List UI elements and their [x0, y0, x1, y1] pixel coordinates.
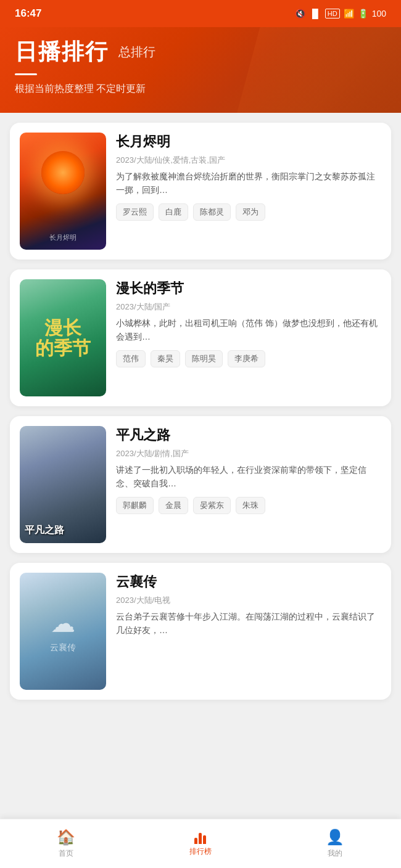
card-desc: 讲述了一批初入职场的年轻人，在行业资深前辈的带领下，坚定信念、突破自我…	[116, 463, 381, 491]
tag[interactable]: 邓为	[236, 203, 265, 221]
card-meta: 2023/大陆/剧情,国产	[116, 448, 381, 459]
wifi-icon: 📶	[344, 9, 354, 18]
poster-3: 平凡之路	[20, 426, 106, 543]
header-title-row: 日播排行 总排行	[15, 37, 386, 67]
ranking-icon	[194, 830, 206, 844]
nav-item-mine[interactable]: 👤 我的	[326, 829, 344, 859]
nav-item-home[interactable]: 🏠 首页	[57, 829, 75, 859]
home-icon: 🏠	[57, 829, 75, 846]
poster-2-overlay: 漫长的季节	[35, 317, 91, 358]
card-info-1: 长月烬明 2023/大陆/仙侠,爱情,古装,国产 为了解救被魔神澹台烬统治折磨的…	[116, 133, 381, 250]
tag[interactable]: 陈明昊	[185, 350, 223, 367]
page-sub-title: 总排行	[118, 44, 155, 60]
header-divider	[15, 73, 37, 75]
tag[interactable]: 李庚希	[228, 350, 265, 367]
poster-1: 长月烬明	[20, 133, 106, 250]
poster-3-text: 平凡之路	[25, 524, 64, 537]
card-meta: 2023/大陆/国产	[116, 301, 381, 313]
status-time: 16:47	[15, 7, 41, 20]
hd-badge: HD	[325, 9, 340, 18]
list-item[interactable]: 漫长的季节 漫长的季节 2023/大陆/国产 小城桦林，此时，出租司机王响（范伟…	[10, 269, 391, 406]
list-item[interactable]: 长月烬明 长月烬明 2023/大陆/仙侠,爱情,古装,国产 为了解救被魔神澹台烬…	[10, 123, 391, 260]
page-main-title: 日播排行	[15, 37, 109, 67]
signal-icon: ▐▌	[309, 9, 321, 18]
battery-icon: 🔋	[358, 9, 368, 18]
tag[interactable]: 朱珠	[236, 497, 265, 514]
card-info-3: 平凡之路 2023/大陆/剧情,国产 讲述了一批初入职场的年轻人，在行业资深前辈…	[116, 426, 381, 543]
tag[interactable]: 晏紫东	[193, 497, 231, 514]
card-tags: 罗云熙 白鹿 陈都灵 邓为	[116, 203, 381, 221]
battery-level: 100	[372, 9, 386, 18]
card-meta: 2023/大陆/仙侠,爱情,古装,国产	[116, 155, 381, 166]
tag[interactable]: 白鹿	[159, 203, 188, 221]
card-tags: 范伟 秦昊 陈明昊 李庚希	[116, 350, 381, 367]
tag[interactable]: 郭麒麟	[116, 497, 154, 514]
mute-icon: 🔇	[295, 9, 305, 18]
card-tags: 郭麒麟 金晨 晏紫东 朱珠	[116, 497, 381, 514]
poster-1-text: 长月烬明	[49, 233, 76, 242]
poster-4: ☁ 云襄传	[20, 573, 106, 690]
card-desc: 云台弟子云襄苦修十年步入江湖。在闯荡江湖的过程中，云襄结识了几位好友，…	[116, 610, 381, 637]
card-meta: 2023/大陆/电视	[116, 595, 381, 606]
tag[interactable]: 秦昊	[151, 350, 180, 367]
card-title: 平凡之路	[116, 426, 381, 444]
poster-4-placeholder: ☁ 云襄传	[50, 609, 76, 653]
page-header: 日播排行 总排行 根据当前热度整理 不定时更新	[0, 27, 401, 113]
tag[interactable]: 陈都灵	[193, 203, 231, 221]
nav-label-home: 首页	[59, 848, 73, 859]
card-title: 长月烬明	[116, 133, 381, 151]
list-item[interactable]: 平凡之路 平凡之路 2023/大陆/剧情,国产 讲述了一批初入职场的年轻人，在行…	[10, 416, 391, 553]
nav-label-mine: 我的	[328, 848, 342, 859]
tag[interactable]: 金晨	[159, 497, 188, 514]
status-bar: 16:47 🔇 ▐▌ HD 📶 🔋 100	[0, 0, 401, 27]
card-title: 漫长的季节	[116, 279, 381, 298]
card-info-2: 漫长的季节 2023/大陆/国产 小城桦林，此时，出租司机王响（范伟 饰）做梦也…	[116, 279, 381, 396]
poster-2: 漫长的季节	[20, 279, 106, 396]
card-desc: 小城桦林，此时，出租司机王响（范伟 饰）做梦也没想到，他还有机会遇到…	[116, 316, 381, 344]
poster-glow	[41, 151, 85, 194]
card-info-4: 云襄传 2023/大陆/电视 云台弟子云襄苦修十年步入江湖。在闯荡江湖的过程中，…	[116, 573, 381, 690]
tag[interactable]: 罗云熙	[116, 203, 154, 221]
status-icons: 🔇 ▐▌ HD 📶 🔋 100	[295, 9, 386, 18]
card-desc: 为了解救被魔神澹台烬统治折磨的世界，衡阳宗掌门之女黎苏苏孤注一掷，回到…	[116, 170, 381, 197]
tag[interactable]: 范伟	[116, 350, 146, 367]
card-title: 云襄传	[116, 573, 381, 591]
user-icon: 👤	[326, 829, 344, 846]
bottom-navigation: 🏠 首页 排行榜 👤 我的	[0, 819, 401, 868]
nav-item-ranking[interactable]: 排行榜	[189, 830, 212, 857]
content-area: 长月烬明 长月烬明 2023/大陆/仙侠,爱情,古装,国产 为了解救被魔神澹台烬…	[0, 113, 401, 867]
nav-label-ranking: 排行榜	[189, 846, 212, 857]
list-item[interactable]: ☁ 云襄传 云襄传 2023/大陆/电视 云台弟子云襄苦修十年步入江湖。在闯荡江…	[10, 563, 391, 700]
header-description: 根据当前热度整理 不定时更新	[15, 83, 146, 94]
